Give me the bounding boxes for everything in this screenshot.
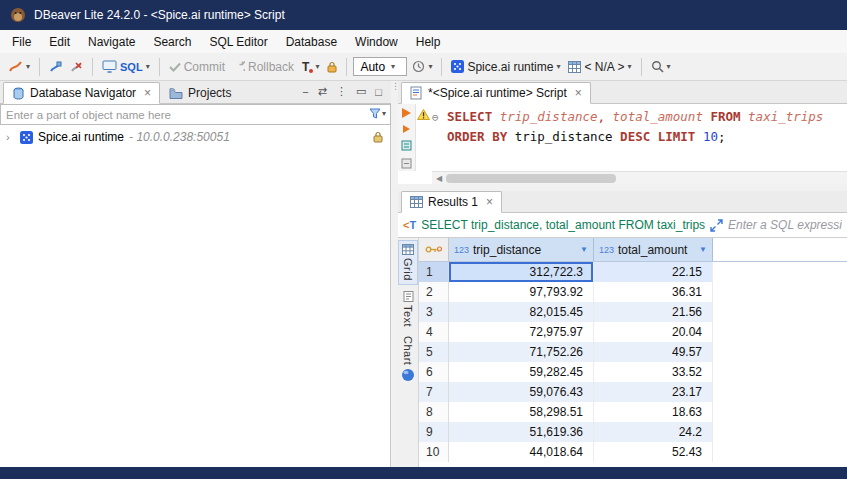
grid-cell[interactable]: 59,076.43	[449, 382, 594, 402]
sql-token: SELECT	[447, 109, 492, 124]
row-number-cell[interactable]: 2	[419, 282, 449, 302]
menu-navigate[interactable]: Navigate	[79, 30, 144, 53]
tab-database-navigator[interactable]: Database Navigator ×	[3, 82, 160, 104]
panel-sash-vertical[interactable]: ⋮	[391, 81, 398, 467]
tab-results-1[interactable]: Results 1 ×	[401, 191, 502, 213]
tab-chart[interactable]: Chart	[398, 333, 418, 385]
filter-expression-input[interactable]	[728, 213, 842, 237]
row-number-cell[interactable]: 1	[419, 262, 449, 282]
explain-plan-icon[interactable]	[401, 140, 412, 151]
commit-mode-select[interactable]: Auto ▾	[353, 57, 407, 76]
warning-icon[interactable]	[417, 109, 430, 120]
close-icon[interactable]: ×	[486, 196, 493, 208]
transaction-log-button[interactable]: T ▾	[299, 58, 322, 76]
sort-desc-icon[interactable]: ▼	[699, 245, 707, 254]
row-number-cell[interactable]: 10	[419, 442, 449, 462]
expand-filter-icon[interactable]	[710, 219, 723, 232]
sql-token: ORDER BY	[447, 129, 507, 144]
grid-cell[interactable]: 20.04	[594, 322, 713, 342]
active-database-select[interactable]: < N/A > ▾	[565, 58, 634, 76]
grid-cell[interactable]: 22.15	[594, 262, 713, 282]
tab-text[interactable]: Text	[398, 288, 418, 330]
panel-sash-horizontal[interactable]	[398, 184, 847, 191]
connection-tree-item[interactable]: › Spice.ai runtime - 10.0.0.238:50051	[0, 127, 391, 147]
menu-file[interactable]: File	[3, 30, 40, 53]
grid-cell[interactable]: 59,282.45	[449, 362, 594, 382]
sort-desc-icon[interactable]: ▼	[580, 245, 588, 254]
column-header-trip-distance[interactable]: 123 trip_distance ▼	[449, 238, 594, 261]
sql-token: 10	[703, 129, 718, 144]
execute-statement-icon[interactable]	[402, 108, 411, 118]
grid-cell[interactable]: 51,619.36	[449, 422, 594, 442]
grid-cell[interactable]: 44,018.64	[449, 442, 594, 462]
autocommit-indicator[interactable]	[324, 59, 340, 75]
grid-cell[interactable]: 82,015.45	[449, 302, 594, 322]
close-icon[interactable]: ×	[575, 87, 582, 99]
grid-cell[interactable]: 36.31	[594, 282, 713, 302]
row-number-cell[interactable]: 3	[419, 302, 449, 322]
active-connection-select[interactable]: Spice.ai runtime ▾	[448, 58, 563, 76]
sql-code[interactable]: ⊖SELECT trip_distance, total_amount FROM…	[432, 104, 847, 171]
row-number-cell[interactable]: 7	[419, 382, 449, 402]
grid-cell[interactable]: 24.2	[594, 422, 713, 442]
search-button[interactable]: ▾	[648, 58, 674, 75]
minimize-icon[interactable]: ▭	[356, 85, 366, 98]
fold-marker-icon[interactable]: ⊖	[432, 108, 447, 128]
tab-projects[interactable]: Projects	[160, 82, 240, 104]
row-number-cell[interactable]: 6	[419, 362, 449, 382]
grid-corner-cell[interactable]	[419, 238, 449, 261]
row-number-cell[interactable]: 8	[419, 402, 449, 422]
custom-filter-icon[interactable]: <T	[403, 219, 416, 231]
grid-cell[interactable]: 58,298.51	[449, 402, 594, 422]
expand-chevron-icon[interactable]: ›	[6, 131, 15, 143]
menu-window[interactable]: Window	[346, 30, 407, 53]
scrollbar-thumb[interactable]	[446, 174, 616, 183]
grid-cell[interactable]: 312,722.3	[449, 262, 594, 282]
filter-funnel-icon[interactable]: ▾	[369, 108, 386, 119]
grid-cell[interactable]: 33.52	[594, 362, 713, 382]
editor-action-icon[interactable]	[401, 158, 412, 169]
grid-cell[interactable]: 23.17	[594, 382, 713, 402]
transaction-history-button[interactable]: ▾	[409, 58, 435, 75]
close-icon[interactable]: ×	[144, 87, 151, 99]
connect-button[interactable]	[46, 59, 65, 75]
row-number-cell[interactable]: 5	[419, 342, 449, 362]
grid-cell[interactable]: 72,975.97	[449, 322, 594, 342]
execute-script-icon[interactable]	[403, 125, 410, 133]
tab-grid[interactable]: Grid	[398, 240, 418, 285]
menu-database[interactable]: Database	[277, 30, 346, 53]
menu-search[interactable]: Search	[144, 30, 200, 53]
scroll-left-icon[interactable]: ◀	[432, 174, 446, 183]
maximize-icon[interactable]: □	[375, 86, 382, 98]
menu-sql-editor[interactable]: SQL Editor	[200, 30, 276, 53]
history-clock-icon	[412, 60, 425, 73]
editor-h-scrollbar[interactable]: ◀	[432, 171, 847, 184]
row-number-cell[interactable]: 9	[419, 422, 449, 442]
view-menu-icon[interactable]: ⋮	[336, 85, 347, 98]
database-navigator-icon	[12, 87, 25, 100]
menu-help[interactable]: Help	[407, 30, 450, 53]
row-number-cell[interactable]: 4	[419, 322, 449, 342]
grid-cell[interactable]: 18.63	[594, 402, 713, 422]
menu-edit[interactable]: Edit	[40, 30, 79, 53]
grid-cell[interactable]: 71,752.26	[449, 342, 594, 362]
rollback-button[interactable]: Rollback	[230, 58, 297, 76]
commit-button[interactable]: Commit	[166, 58, 228, 76]
row-filler	[713, 442, 847, 462]
table-row: 571,752.2649.57	[419, 342, 847, 362]
grid-cell[interactable]: 97,793.92	[449, 282, 594, 302]
grid-cell[interactable]: 52.43	[594, 442, 713, 462]
grid-cell[interactable]: 21.56	[594, 302, 713, 322]
open-sql-editor-button[interactable]: SQL ▾	[99, 58, 153, 75]
column-header-total-amount[interactable]: 123 total_amount ▼	[594, 238, 713, 261]
object-filter-input[interactable]	[0, 104, 391, 125]
results-presentation-strip: Grid Text Chart	[398, 238, 419, 467]
grid-cell[interactable]: 49.57	[594, 342, 713, 362]
tab-sql-script[interactable]: *<Spice.ai runtime> Script ×	[401, 82, 591, 104]
sql-token: total_amount	[613, 109, 703, 124]
link-with-editor-icon[interactable]: ⇄	[318, 85, 327, 98]
sql-editor[interactable]: ⊖SELECT trip_distance, total_amount FROM…	[398, 104, 847, 171]
collapse-all-icon[interactable]: −	[302, 86, 308, 98]
disconnect-button[interactable]	[67, 59, 86, 75]
new-connection-button[interactable]: ▾	[5, 58, 33, 75]
